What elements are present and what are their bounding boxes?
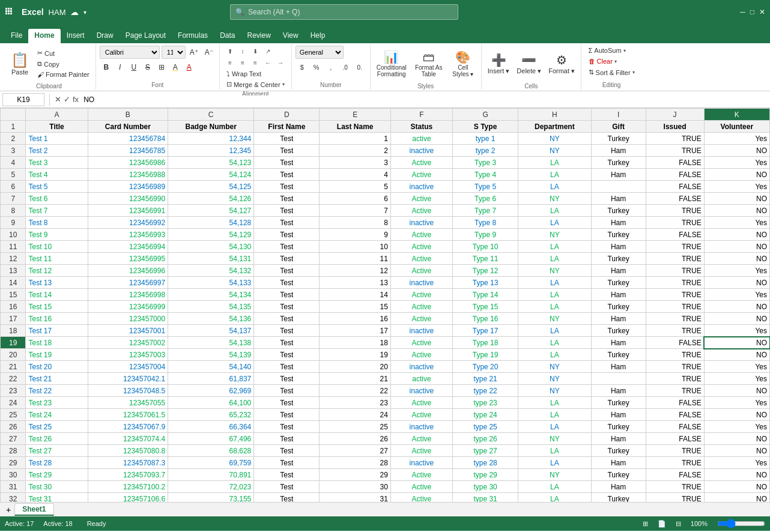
- cell-b29[interactable]: 123457087.3: [88, 457, 168, 469]
- cell-h9[interactable]: LA: [518, 217, 591, 229]
- cell-d12[interactable]: Test: [254, 253, 320, 265]
- cell-f16[interactable]: Active: [390, 301, 452, 313]
- cell-h7[interactable]: NY: [518, 193, 591, 205]
- cell-e12[interactable]: 11: [320, 253, 390, 265]
- cell-f17[interactable]: Active: [390, 313, 452, 325]
- cell-h31[interactable]: LA: [518, 481, 591, 493]
- cell-i25[interactable]: Ham: [591, 409, 646, 421]
- cell-c20[interactable]: 54,139: [168, 349, 254, 361]
- font-name-select[interactable]: Calibri: [100, 46, 160, 59]
- header-status[interactable]: Status: [390, 121, 452, 133]
- cell-c21[interactable]: 54,140: [168, 361, 254, 373]
- increase-decimal-btn[interactable]: 0.: [353, 61, 366, 74]
- col-header-i[interactable]: I: [591, 109, 646, 121]
- cell-j17[interactable]: TRUE: [646, 313, 704, 325]
- cell-b13[interactable]: 123456996: [88, 265, 168, 277]
- cell-e27[interactable]: 26: [320, 433, 390, 445]
- cell-g18[interactable]: Type 17: [452, 325, 518, 337]
- view-break-icon[interactable]: ⊟: [676, 520, 681, 528]
- cell-b5[interactable]: 123456988: [88, 169, 168, 181]
- cell-b30[interactable]: 123457093.7: [88, 469, 168, 481]
- cell-h29[interactable]: LA: [518, 457, 591, 469]
- cell-k32[interactable]: NO: [704, 493, 769, 503]
- cell-d7[interactable]: Test: [254, 193, 320, 205]
- cell-e20[interactable]: 19: [320, 349, 390, 361]
- cell-c12[interactable]: 54,131: [168, 253, 254, 265]
- font-size-select[interactable]: 11: [162, 46, 186, 59]
- cell-i21[interactable]: Ham: [591, 361, 646, 373]
- cell-a26[interactable]: Test 25: [26, 421, 88, 433]
- insert-button[interactable]: ➕ Insert ▾: [485, 46, 512, 82]
- indent-decrease-btn[interactable]: ←: [262, 57, 274, 68]
- cell-h16[interactable]: LA: [518, 301, 591, 313]
- cell-e29[interactable]: 28: [320, 457, 390, 469]
- cell-a6[interactable]: Test 5: [26, 181, 88, 193]
- cell-reference-input[interactable]: [2, 93, 44, 106]
- cell-g28[interactable]: type 27: [452, 445, 518, 457]
- col-header-f[interactable]: F: [390, 109, 452, 121]
- cell-f27[interactable]: Active: [390, 433, 452, 445]
- cell-b26[interactable]: 123457067.9: [88, 421, 168, 433]
- tab-insert[interactable]: Insert: [61, 29, 91, 43]
- cell-k22[interactable]: Yes: [704, 373, 769, 385]
- header-volunteer[interactable]: Volunteer: [704, 121, 769, 133]
- cell-d16[interactable]: Test: [254, 301, 320, 313]
- tab-formulas[interactable]: Formulas: [172, 29, 214, 43]
- cell-i8[interactable]: Turkey: [591, 205, 646, 217]
- cell-d13[interactable]: Test: [254, 265, 320, 277]
- cell-a14[interactable]: Test 13: [26, 277, 88, 289]
- cell-e7[interactable]: 6: [320, 193, 390, 205]
- cell-j20[interactable]: TRUE: [646, 349, 704, 361]
- comma-btn[interactable]: ,: [324, 61, 338, 74]
- cell-j30[interactable]: FALSE: [646, 469, 704, 481]
- insert-function-icon[interactable]: fx: [73, 95, 79, 104]
- cell-e30[interactable]: 29: [320, 469, 390, 481]
- cell-a31[interactable]: Test 30: [26, 481, 88, 493]
- cell-d23[interactable]: Test: [254, 385, 320, 397]
- cell-c16[interactable]: 54,135: [168, 301, 254, 313]
- cell-e24[interactable]: 23: [320, 397, 390, 409]
- cell-a32[interactable]: Test 31: [26, 493, 88, 503]
- cell-g6[interactable]: Type 5: [452, 181, 518, 193]
- cell-styles-button[interactable]: 🎨 Cell Styles ▾: [449, 46, 477, 82]
- cell-b25[interactable]: 123457061.5: [88, 409, 168, 421]
- cell-e31[interactable]: 30: [320, 481, 390, 493]
- cell-d24[interactable]: Test: [254, 397, 320, 409]
- cell-a24[interactable]: Test 23: [26, 397, 88, 409]
- cell-i5[interactable]: Ham: [591, 169, 646, 181]
- row-num-23[interactable]: 23: [1, 385, 26, 397]
- cell-f28[interactable]: Active: [390, 445, 452, 457]
- cell-c14[interactable]: 54,133: [168, 277, 254, 289]
- cell-g23[interactable]: type 22: [452, 385, 518, 397]
- row-num-6[interactable]: 6: [1, 181, 26, 193]
- cell-h22[interactable]: NY: [518, 373, 591, 385]
- cell-g9[interactable]: Type 8: [452, 217, 518, 229]
- cell-h17[interactable]: NY: [518, 313, 591, 325]
- cell-k2[interactable]: Yes: [704, 133, 769, 145]
- cell-i23[interactable]: Ham: [591, 385, 646, 397]
- cell-g26[interactable]: type 25: [452, 421, 518, 433]
- cell-k14[interactable]: NO: [704, 277, 769, 289]
- row-num-16[interactable]: 16: [1, 301, 26, 313]
- cell-a19[interactable]: Test 18: [26, 337, 88, 349]
- cell-j9[interactable]: TRUE: [646, 217, 704, 229]
- cell-f6[interactable]: inactive: [390, 181, 452, 193]
- cell-k17[interactable]: NO: [704, 313, 769, 325]
- cell-k25[interactable]: NO: [704, 409, 769, 421]
- cell-i27[interactable]: Ham: [591, 433, 646, 445]
- cell-h28[interactable]: LA: [518, 445, 591, 457]
- cell-g15[interactable]: Type 14: [452, 289, 518, 301]
- cell-e18[interactable]: 17: [320, 325, 390, 337]
- cell-e22[interactable]: 21: [320, 373, 390, 385]
- row-num-5[interactable]: 5: [1, 169, 26, 181]
- cell-a3[interactable]: Test 2: [26, 145, 88, 157]
- row-num-24[interactable]: 24: [1, 397, 26, 409]
- header-title[interactable]: Title: [26, 121, 88, 133]
- cell-i13[interactable]: Ham: [591, 265, 646, 277]
- cell-g13[interactable]: Type 12: [452, 265, 518, 277]
- cell-d32[interactable]: Test: [254, 493, 320, 503]
- cell-e14[interactable]: 13: [320, 277, 390, 289]
- indent-increase-btn[interactable]: →: [274, 57, 286, 68]
- cell-k23[interactable]: NO: [704, 385, 769, 397]
- cell-g3[interactable]: type 2: [452, 145, 518, 157]
